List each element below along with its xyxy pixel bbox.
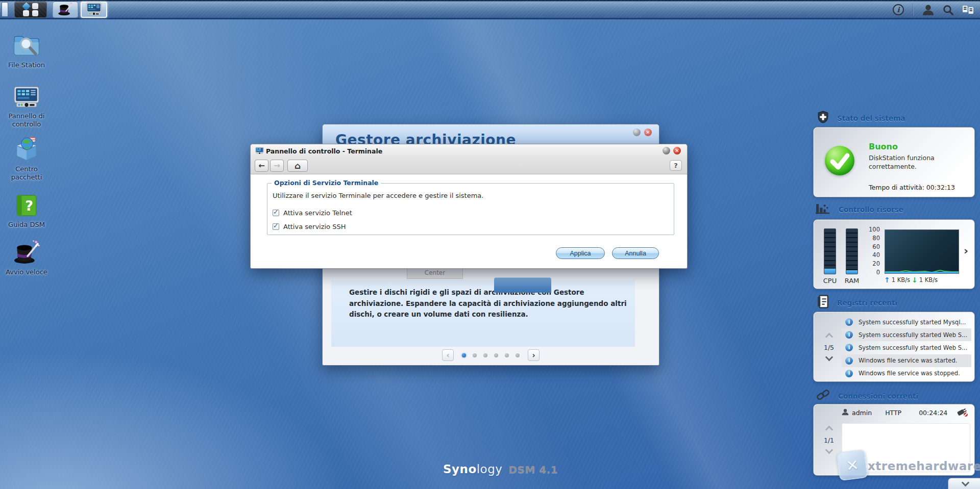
selected-tab[interactable] [494,277,551,293]
log-document-icon [817,295,829,311]
info-icon[interactable]: i [893,4,904,15]
desktop-icon-dsm-help[interactable]: ? Guida DSM [0,194,53,229]
carousel-prev-button[interactable]: ‹ [442,349,454,361]
file-station-icon [13,33,40,59]
desktop-icon-label: Guida DSM [0,221,53,229]
status-ok-icon [825,146,854,175]
back-button[interactable]: ← [255,160,268,172]
chevron-down-icon [961,479,969,487]
dsm-logo: SynologyDSM 4.1 [443,462,558,476]
terminal-options-fieldset: Opzioni di Servizio Terminale Utilizzare… [267,183,674,235]
status-value: Buono [869,142,898,151]
close-icon[interactable]: ✕ [644,128,652,136]
help-button[interactable]: ? [670,160,682,171]
widget-panel-collapse-tab[interactable] [948,478,980,489]
desktop-icon-quick-start[interactable]: Avvio veloce [0,240,53,276]
bar-chart-icon [816,202,830,216]
page-down-icon[interactable] [825,353,833,361]
carousel-next-button[interactable]: › [528,349,540,361]
close-button[interactable]: ✕ [673,147,681,155]
ssh-checkbox-row[interactable]: Attiva servizio SSH [273,223,346,230]
desktop-icon-label: Centro pacchetti [0,165,53,181]
main-menu-button[interactable] [14,2,47,18]
open-resource-monitor-chevron[interactable]: › [964,244,968,257]
connection-user: admin [852,409,872,417]
upload-value: 1 KB/s [892,276,910,284]
system-status-header: Stato del sistema [817,111,905,125]
control-panel-icon [86,2,102,18]
info-icon [845,370,853,377]
terminal-dialog: Pannello di controllo - Terminale ✕ ← → … [250,144,688,269]
desktop-icon-label: Pannello di controllo [0,112,53,128]
dsm-help-icon: ? [15,194,38,219]
telnet-checkbox-label: Attiva servizio Telnet [283,209,352,217]
show-desktop-button[interactable] [2,2,8,17]
carousel-dots [462,353,520,357]
minimize-button[interactable] [663,147,670,155]
cpu-meter [824,228,836,274]
status-detail: DiskStation funziona correttamente. [869,154,954,171]
ssh-checkbox[interactable] [273,223,279,230]
connections-pager: 1/1 [819,404,839,475]
fieldset-legend: Opzioni di Servizio Terminale [272,179,381,187]
user-icon[interactable] [922,5,934,15]
chain-link-icon [816,389,830,404]
resource-monitor-header: Controllo risorse [816,202,903,216]
cpu-label: CPU [820,277,840,285]
terminal-description: Utilizzare il servizio Terminale per acc… [273,192,483,199]
ssh-checkbox-label: Attiva servizio SSH [283,223,346,230]
info-icon [845,344,853,351]
page-down-icon[interactable] [825,446,833,454]
desktop-icon-file-station[interactable]: File Station [0,33,53,69]
taskbar: i [0,0,980,19]
widget-panel-icon[interactable] [962,5,974,15]
log-entry: System successfully started Web S... [842,328,971,341]
recent-logs-header: Registri recenti [817,295,897,311]
control-panel-icon [13,86,40,110]
desktop-icon-package-center[interactable]: Centro pacchetti [0,137,53,181]
page-up-icon[interactable] [825,426,833,434]
uptime-label: Tempo di attività: 00:32:13 [869,184,955,191]
storage-description: Gestire i dischi rigidi e gli spazi di a… [349,287,638,320]
network-graph [885,229,959,274]
info-icon [845,331,853,339]
disconnect-icon[interactable] [957,408,968,417]
log-entry: Windows file service was stopped. [842,367,971,380]
ram-meter [846,228,858,274]
cancel-button[interactable]: Annulla [612,247,659,259]
home-button[interactable]: ⌂ [287,160,308,172]
package-center-icon [13,137,40,163]
connections-empty-area [842,423,970,472]
control-panel-icon [255,147,264,157]
network-speed: ↑ 1 KB/s ↓ 1 KB/s [884,276,938,284]
dialog-title: Pannello di controllo - Terminale [266,147,382,155]
dialog-titlebar[interactable]: Pannello di controllo - Terminale ✕ ← → … [251,144,687,174]
carousel-pager: ‹ › [323,349,659,361]
telnet-checkbox[interactable] [273,210,279,216]
connection-time: 00:24:24 [919,409,947,417]
forward-button[interactable]: → [270,160,284,172]
desktop-icon-control-panel[interactable]: Pannello di controllo [0,86,53,128]
connections-page-number: 1/1 [824,436,834,444]
page-up-icon[interactable] [825,332,833,341]
download-arrow-icon: ↓ [912,276,918,284]
resource-monitor-card: CPU RAM 10080 6040 200 › ↑ 1 KB/s ↓ 1 KB… [813,219,975,289]
ram-label: RAM [842,277,862,285]
telnet-checkbox-row[interactable]: Attiva servizio Telnet [273,209,352,217]
quick-launch-taskbar-button[interactable] [53,2,78,18]
info-icon [845,318,853,326]
search-icon[interactable] [943,5,953,15]
log-list: System successfully started Mysql... Sys… [842,316,971,380]
desktop-icon-label: File Station [0,61,53,69]
system-status-card: Buono DiskStation funziona correttamente… [813,127,975,197]
control-panel-taskbar-button[interactable] [81,2,107,18]
main-menu-icon [23,3,38,16]
info-icon [845,357,853,365]
widget-title: Registri recenti [837,299,897,307]
desktop: i File Station Pannello di controllo [0,0,980,489]
connection-protocol: HTTP [885,409,901,417]
log-entry: System successfully started Web S... [842,341,971,354]
apply-button[interactable]: Applica [556,247,605,259]
minimize-icon[interactable] [633,128,641,136]
connections-card: 1/1 admin HTTP 00:24:24 [813,404,975,476]
